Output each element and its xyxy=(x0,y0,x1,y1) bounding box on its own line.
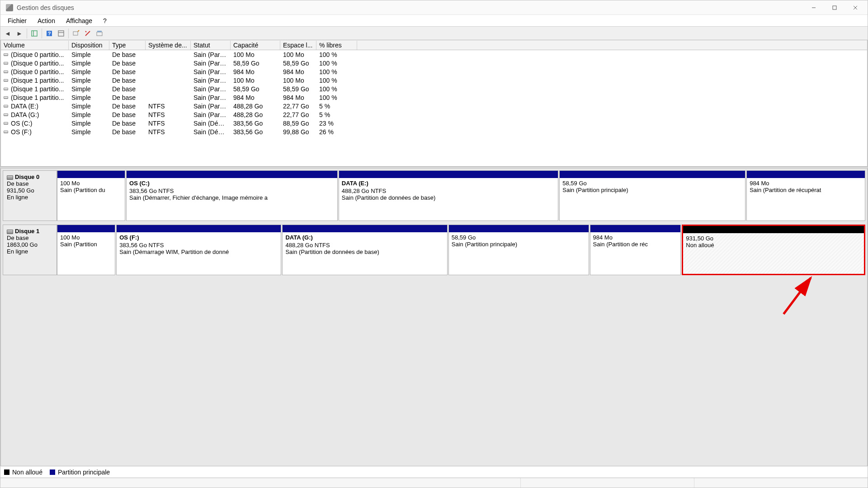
partition-body: 931,50 GoNon alloué xyxy=(683,233,864,274)
svg-rect-1 xyxy=(833,6,836,9)
properties-icon[interactable] xyxy=(71,28,81,39)
table-row[interactable]: (Disque 1 partitio...SimpleDe baseSain (… xyxy=(1,93,867,102)
app-icon xyxy=(6,4,13,11)
divider xyxy=(42,28,42,38)
menu-help[interactable]: ? xyxy=(98,15,112,26)
partition-stripe xyxy=(57,171,125,178)
table-row[interactable]: (Disque 0 partitio...SimpleDe baseSain (… xyxy=(1,59,867,67)
table-row[interactable]: (Disque 0 partitio...SimpleDe baseSain (… xyxy=(1,50,867,59)
svg-text:?: ? xyxy=(48,31,51,36)
header-status[interactable]: Statut xyxy=(191,41,231,50)
partition-body: 58,59 GoSain (Partition principale) xyxy=(449,232,589,275)
partition-stripe xyxy=(590,225,681,232)
content-panes: Volume Disposition Type Système de... St… xyxy=(0,40,868,478)
partition-body: 100 MoSain (Partition du xyxy=(57,178,125,221)
volume-body[interactable]: (Disque 0 partitio...SimpleDe baseSain (… xyxy=(1,50,867,166)
header-fs[interactable]: Système de... xyxy=(146,41,191,50)
partition-stripe xyxy=(283,225,447,232)
maximize-button[interactable] xyxy=(824,1,845,14)
partition[interactable]: 984 MoSain (Partition de réc xyxy=(590,225,681,275)
table-row[interactable]: OS (F:)SimpleDe baseNTFSSain (Dém...383,… xyxy=(1,127,867,136)
partition-container: 100 MoSain (PartitionOS (F:)383,56 Go NT… xyxy=(57,225,865,275)
partition[interactable]: OS (F:)383,56 Go NTFSSain (Démarrage WIM… xyxy=(116,225,281,275)
disk-info[interactable]: Disque 0De base931,50 GoEn ligne xyxy=(3,170,57,221)
table-row[interactable]: DATA (G:)SimpleDe baseNTFSSain (Parti...… xyxy=(1,110,867,119)
table-row[interactable]: (Disque 1 partitio...SimpleDe baseSain (… xyxy=(1,76,867,84)
partition-body: DATA (E:)488,28 Go NTFSSain (Partition d… xyxy=(339,178,558,221)
legend-primary: Partition principale xyxy=(50,469,110,476)
partition[interactable]: 100 MoSain (Partition du xyxy=(57,170,125,221)
menu-view[interactable]: Affichage xyxy=(61,15,98,26)
partition[interactable]: OS (C:)383,56 Go NTFSSain (Démarrer, Fic… xyxy=(126,170,338,221)
table-row[interactable]: DATA (E:)SimpleDe baseNTFSSain (Parti...… xyxy=(1,102,867,110)
partition-stripe xyxy=(339,171,558,178)
window-title: Gestion des disques xyxy=(17,4,74,11)
help-icon[interactable]: ? xyxy=(44,28,55,39)
partition[interactable]: 100 MoSain (Partition xyxy=(57,225,115,275)
svg-rect-10 xyxy=(73,32,78,35)
toolbar: ◄ ► ? xyxy=(0,27,868,40)
view-icon[interactable] xyxy=(94,28,105,39)
volume-header-row: Volume Disposition Type Système de... St… xyxy=(1,40,867,50)
partition[interactable]: 58,59 GoSain (Partition principale) xyxy=(559,170,745,221)
disk-row: Disque 0De base931,50 GoEn ligne100 MoSa… xyxy=(3,170,865,221)
partition-stripe xyxy=(683,226,864,233)
svg-rect-4 xyxy=(32,31,37,36)
divider xyxy=(27,28,27,38)
refresh-icon[interactable] xyxy=(56,28,66,39)
partition-body: 984 MoSain (Partition de récupérat xyxy=(747,178,865,221)
header-capacity[interactable]: Capacité xyxy=(231,41,280,50)
disk-icon xyxy=(7,230,13,234)
settings-icon[interactable] xyxy=(82,28,93,39)
show-hide-icon[interactable] xyxy=(29,28,40,39)
volume-list-pane: Volume Disposition Type Système de... St… xyxy=(0,40,868,167)
header-pctfree[interactable]: % libres xyxy=(316,41,357,50)
back-icon[interactable]: ◄ xyxy=(2,28,13,39)
svg-rect-8 xyxy=(58,31,64,36)
partition[interactable]: DATA (E:)488,28 Go NTFSSain (Partition d… xyxy=(339,170,558,221)
partition-body: OS (F:)383,56 Go NTFSSain (Démarrage WIM… xyxy=(117,232,281,275)
partition[interactable]: 984 MoSain (Partition de récupérat xyxy=(746,170,865,221)
svg-line-11 xyxy=(78,30,79,32)
partition-body: OS (C:)383,56 Go NTFSSain (Démarrer, Fic… xyxy=(127,178,337,221)
partition-body: 58,59 GoSain (Partition principale) xyxy=(560,178,745,221)
table-row[interactable]: (Disque 0 partitio...SimpleDe baseSain (… xyxy=(1,67,867,76)
table-row[interactable]: (Disque 1 partitio...SimpleDe baseSain (… xyxy=(1,84,867,93)
partition-body: 100 MoSain (Partition xyxy=(57,232,115,275)
header-free[interactable]: Espace l... xyxy=(280,41,316,50)
titlebar: Gestion des disques xyxy=(0,0,868,15)
close-button[interactable] xyxy=(845,1,866,14)
partition-body: DATA (G:)488,28 Go NTFSSain (Partition d… xyxy=(283,232,447,275)
partition-stripe xyxy=(117,225,281,232)
disk-graphical-pane[interactable]: Disque 0De base931,50 GoEn ligne100 MoSa… xyxy=(0,169,868,466)
partition[interactable]: DATA (G:)488,28 Go NTFSSain (Partition d… xyxy=(282,225,447,275)
menu-file[interactable]: Fichier xyxy=(2,15,32,26)
header-volume[interactable]: Volume xyxy=(1,41,69,50)
partition-stripe xyxy=(57,225,115,232)
legend-primary-label: Partition principale xyxy=(58,469,110,476)
svg-rect-12 xyxy=(97,32,102,36)
header-type[interactable]: Type xyxy=(109,41,146,50)
legend: Non alloué Partition principale xyxy=(0,466,868,478)
legend-unallocated-label: Non alloué xyxy=(12,469,42,476)
svg-rect-13 xyxy=(97,31,102,32)
partition-stripe xyxy=(127,171,337,178)
disk-info[interactable]: Disque 1De base1863,00 GoEn ligne xyxy=(3,225,57,275)
partition-unallocated[interactable]: 931,50 GoNon alloué xyxy=(682,225,865,275)
legend-unallocated: Non alloué xyxy=(4,469,42,476)
divider xyxy=(68,28,69,38)
partition-stripe xyxy=(560,171,745,178)
minimize-button[interactable] xyxy=(803,1,824,14)
legend-unallocated-swatch xyxy=(4,469,9,475)
disk-icon xyxy=(7,175,13,180)
table-row[interactable]: OS (C:)SimpleDe baseNTFSSain (Dém...383,… xyxy=(1,119,867,127)
forward-icon[interactable]: ► xyxy=(14,28,25,39)
partition[interactable]: 58,59 GoSain (Partition principale) xyxy=(448,225,589,275)
header-layout[interactable]: Disposition xyxy=(69,41,109,50)
partition-body: 984 MoSain (Partition de réc xyxy=(590,232,681,275)
menubar: Fichier Action Affichage ? xyxy=(0,15,868,27)
legend-primary-swatch xyxy=(50,469,55,475)
disk-row: Disque 1De base1863,00 GoEn ligne100 MoS… xyxy=(3,225,865,275)
partition-container: 100 MoSain (Partition duOS (C:)383,56 Go… xyxy=(57,170,865,221)
menu-action[interactable]: Action xyxy=(32,15,61,26)
